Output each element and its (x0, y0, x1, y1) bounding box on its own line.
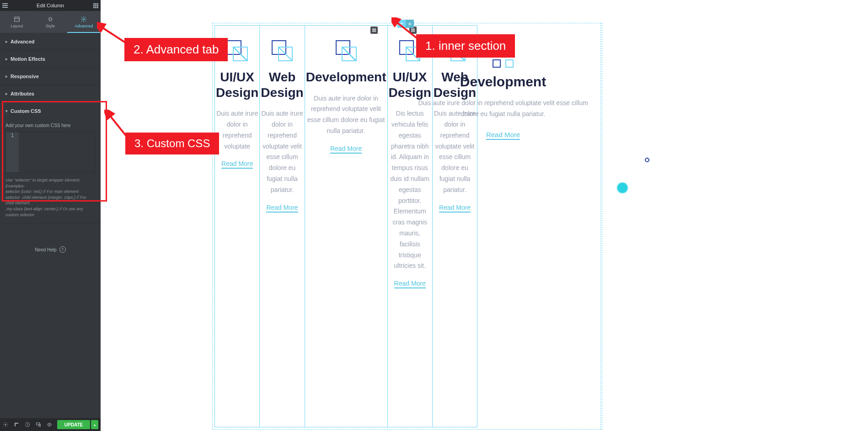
annotation-2-text: 2. Advanced tab (134, 43, 219, 57)
tab-style-label: Style (46, 24, 55, 28)
annotation-arrow-3 (104, 110, 132, 142)
style-icon (47, 16, 54, 22)
svg-point-3 (48, 16, 53, 21)
tab-advanced[interactable]: Advanced (67, 11, 101, 33)
help-icon: ? (59, 246, 66, 253)
accordion-attributes-label: Attributes (11, 91, 34, 96)
card-text: Duis aute irure dolor in reprehend volup… (412, 98, 595, 120)
caret-right-icon: ▸ (5, 91, 8, 96)
tab-advanced-label: Advanced (75, 24, 93, 28)
annotation-arrow-2 (97, 22, 129, 45)
decorative-dot-icon (617, 183, 627, 193)
gear-icon (80, 16, 87, 22)
card-text: Duis aute irure dolor in reprehend volup… (261, 108, 303, 195)
card-title: UI/UX Design (216, 69, 258, 100)
svg-rect-0 (14, 17, 19, 21)
column[interactable]: Development Duis aute irure dolor in rep… (305, 25, 388, 427)
panel-title: Edit Column (10, 3, 91, 8)
hamburger-menu-button[interactable] (0, 0, 10, 11)
svg-line-20 (109, 114, 127, 137)
sidebar-header: Edit Column (0, 0, 101, 11)
read-more-link[interactable]: Read More (266, 204, 298, 213)
accordion-motion-effects[interactable]: ▸Motion Effects (0, 50, 101, 68)
design-icon (227, 40, 248, 61)
preview-button[interactable] (44, 418, 55, 431)
svg-rect-11 (374, 28, 375, 30)
accordion-attributes[interactable]: ▸Attributes (0, 85, 101, 102)
card-title: Web Design (261, 69, 303, 100)
tab-layout[interactable]: Layout (0, 11, 33, 33)
svg-point-9 (49, 424, 50, 426)
caret-right-icon: ▸ (5, 74, 8, 79)
design-icon (336, 40, 357, 61)
navigator-button[interactable] (11, 418, 22, 431)
svg-point-5 (5, 424, 6, 426)
svg-marker-6 (15, 423, 18, 426)
svg-line-19 (101, 27, 125, 43)
editor-canvas[interactable]: UI/UX Design Duis aute irure dolor in re… (101, 0, 868, 431)
accordion-advanced-label: Advanced (11, 39, 35, 44)
history-button[interactable] (22, 418, 33, 431)
update-button[interactable]: UPDATE (57, 420, 90, 429)
annotation-callout-1: 1. inner section (416, 34, 515, 58)
card-text: Duis aute irure dolor in reprehend volup… (216, 108, 258, 152)
annotation-outline-3 (2, 101, 107, 202)
accordion-motion-label: Motion Effects (11, 56, 45, 62)
design-icon (272, 40, 293, 61)
read-more-link[interactable]: Read More (330, 145, 362, 154)
section-outline-right (602, 23, 602, 430)
annotation-callout-2: 2. Advanced tab (124, 38, 228, 61)
read-more-link[interactable]: Read More (394, 280, 426, 288)
panel-tabs: Layout Style Advanced (0, 11, 101, 33)
responsive-button[interactable] (33, 418, 44, 431)
caret-right-icon: ▸ (5, 57, 8, 61)
layout-icon (14, 16, 20, 22)
svg-line-18 (395, 21, 417, 38)
need-help-link[interactable]: Need Help ? (0, 246, 101, 253)
caret-right-icon: ▸ (5, 39, 8, 44)
grid-icon (93, 3, 98, 8)
card-title: Development (412, 74, 595, 90)
need-help-label: Need Help (35, 247, 56, 252)
development-icon (493, 59, 514, 68)
svg-rect-10 (372, 28, 374, 30)
accordion-responsive-label: Responsive (11, 74, 39, 79)
editor-sidebar: Edit Column Layout Style Advanced ▸Advan… (0, 0, 101, 431)
card-title: Development (306, 69, 386, 85)
tab-style[interactable]: Style (33, 11, 67, 33)
add-widget-button[interactable] (370, 27, 378, 34)
annotation-1-text: 1. inner section (425, 39, 506, 53)
read-more-link[interactable]: Read More (486, 131, 520, 140)
sidebar-footer: UPDATE ▴ (0, 418, 101, 431)
card-text: Duis aute irure dolor in reprehend volup… (306, 93, 386, 137)
inner-row-selected[interactable]: UI/UX Design Duis aute irure dolor in re… (214, 25, 409, 427)
read-more-link[interactable]: Read More (439, 204, 471, 213)
annotation-3-text: 3. Custom CSS (134, 137, 210, 150)
update-options-button[interactable]: ▴ (91, 420, 98, 429)
service-card: Development Duis aute irure dolor in rep… (305, 26, 387, 154)
annotation-arrow-1 (391, 17, 419, 40)
service-card: Web Design Duis aute irure dolor in repr… (260, 26, 304, 213)
decorative-ring-icon (645, 158, 649, 162)
column[interactable]: UI/UX Design Duis aute irure dolor in re… (214, 25, 260, 427)
accordion-advanced[interactable]: ▸Advanced (0, 33, 101, 50)
accordion-responsive[interactable]: ▸Responsive (0, 68, 101, 85)
svg-point-2 (49, 18, 52, 21)
read-more-link[interactable]: Read More (221, 160, 253, 169)
service-card-large: Development Duis aute irure dolor in rep… (412, 59, 595, 140)
svg-point-4 (83, 18, 85, 20)
svg-rect-13 (374, 30, 375, 32)
annotation-callout-3: 3. Custom CSS (125, 133, 219, 154)
svg-rect-12 (372, 30, 374, 32)
widgets-grid-button[interactable] (91, 0, 101, 11)
tab-layout-label: Layout (11, 24, 23, 28)
column[interactable]: Web Design Duis aute irure dolor in repr… (259, 25, 305, 427)
settings-button[interactable] (0, 418, 11, 431)
